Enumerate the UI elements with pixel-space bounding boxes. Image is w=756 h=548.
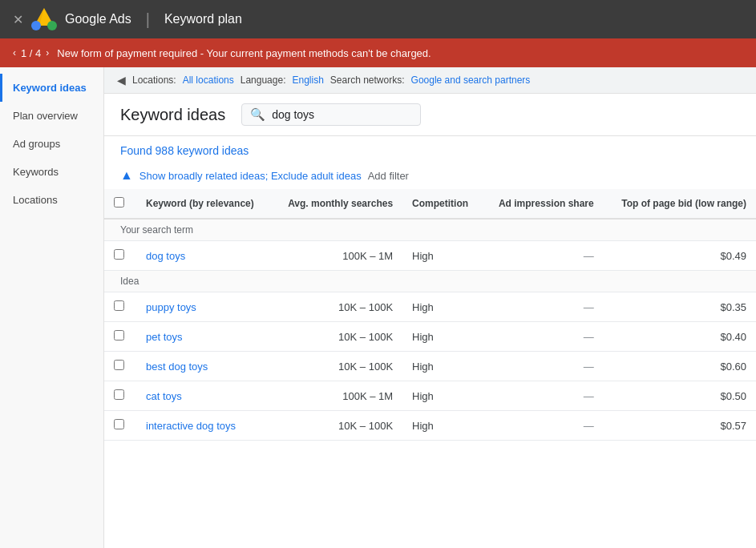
table-wrapper: Keyword (by relevance) Avg. monthly sear…	[104, 189, 756, 548]
prev-notification-button[interactable]: ‹	[13, 47, 16, 58]
competition-cell: High	[402, 381, 483, 411]
row-checkbox[interactable]	[114, 249, 124, 260]
row-checkbox[interactable]	[114, 389, 124, 400]
bid-cell: $0.35	[604, 292, 756, 322]
impression-cell: —	[483, 322, 604, 352]
competition-cell: High	[402, 411, 483, 441]
language-value[interactable]: English	[292, 75, 323, 86]
locations-value[interactable]: All locations	[183, 75, 234, 86]
keyword-cell[interactable]: best dog toys	[136, 352, 271, 381]
filter-options-link[interactable]: Show broadly related ideas; Exclude adul…	[139, 170, 362, 182]
table-row: best dog toys 10K – 100K High — $0.60	[104, 352, 756, 381]
row-checkbox[interactable]	[114, 330, 124, 340]
notification-counter: 1 / 4	[21, 47, 41, 59]
th-checkbox	[104, 189, 136, 219]
notification-bar: ‹ 1 / 4 › New form of payment required -…	[0, 38, 756, 67]
networks-label: Search networks:	[330, 75, 405, 86]
th-competition: Competition	[402, 189, 483, 219]
row-checkbox[interactable]	[114, 360, 124, 370]
impression-cell: —	[483, 352, 604, 381]
sidebar-item-keyword-ideas[interactable]: Keyword ideas	[0, 74, 103, 102]
avg-searches-cell: 10K – 100K	[271, 322, 402, 352]
close-icon[interactable]: ✕	[13, 12, 23, 27]
keyword-cell[interactable]: interactive dog toys	[136, 411, 271, 441]
locations-label: Locations:	[132, 75, 176, 86]
svg-point-3	[31, 21, 41, 30]
avg-searches-cell: 100K – 1M	[271, 381, 402, 411]
impression-cell: —	[483, 241, 604, 271]
filter-bar: ◀ Locations: All locations Language: Eng…	[104, 67, 756, 94]
impression-cell: —	[483, 381, 604, 411]
filter-toggle-icon[interactable]: ◀	[117, 74, 126, 87]
search-input[interactable]	[272, 108, 412, 121]
th-impression-share: Ad impression share	[483, 189, 604, 219]
keywords-table: Keyword (by relevance) Avg. monthly sear…	[104, 189, 756, 441]
row-checkbox[interactable]	[114, 419, 124, 429]
google-ads-logo	[31, 6, 57, 32]
bid-cell: $0.50	[604, 381, 756, 411]
row-checkbox[interactable]	[114, 300, 124, 311]
impression-cell: —	[483, 292, 604, 322]
table-header-row: Keyword (by relevance) Avg. monthly sear…	[104, 189, 756, 219]
bid-cell: $0.60	[604, 352, 756, 381]
bid-cell: $0.49	[604, 241, 756, 271]
impression-cell: —	[483, 411, 604, 441]
sidebar-item-keywords[interactable]: Keywords	[0, 158, 103, 186]
avg-searches-cell: 10K – 100K	[271, 411, 402, 441]
table-row: pet toys 10K – 100K High — $0.40	[104, 322, 756, 352]
page-header: Keyword ideas 🔍	[104, 94, 756, 136]
sidebar-item-ad-groups[interactable]: Ad groups	[0, 130, 103, 158]
page-title: Keyword ideas	[120, 106, 225, 124]
next-notification-button[interactable]: ›	[46, 47, 49, 58]
competition-cell: High	[402, 241, 483, 271]
funnel-icon: ▲	[120, 168, 133, 183]
notification-text: New form of payment required - Your curr…	[57, 47, 431, 59]
keyword-cell[interactable]: puppy toys	[136, 292, 271, 322]
add-filter-button[interactable]: Add filter	[368, 170, 409, 182]
found-count: Found 988 keyword ideas	[104, 136, 756, 162]
title-divider: |	[146, 10, 150, 29]
table-row: interactive dog toys 10K – 100K High — $…	[104, 411, 756, 441]
sidebar: Keyword ideas Plan overview Ad groups Ke…	[0, 67, 104, 548]
filter-row: ▲ Show broadly related ideas; Exclude ad…	[104, 162, 756, 189]
th-avg-searches: Avg. monthly searches	[271, 189, 402, 219]
svg-point-2	[47, 21, 57, 30]
avg-searches-cell: 10K – 100K	[271, 352, 402, 381]
avg-searches-cell: 10K – 100K	[271, 292, 402, 322]
page-name: Keyword plan	[164, 12, 242, 26]
networks-value[interactable]: Google and search partners	[411, 75, 531, 86]
app-name: Google Ads	[65, 12, 131, 26]
keyword-cell[interactable]: dog toys	[136, 241, 271, 271]
competition-cell: High	[402, 292, 483, 322]
top-bar: ✕ Google Ads | Keyword plan	[0, 0, 756, 38]
sidebar-item-plan-overview[interactable]: Plan overview	[0, 102, 103, 130]
keyword-cell[interactable]: pet toys	[136, 322, 271, 352]
main-layout: Keyword ideas Plan overview Ad groups Ke…	[0, 67, 756, 548]
select-all-checkbox[interactable]	[114, 197, 124, 208]
bid-cell: $0.57	[604, 411, 756, 441]
table-row: puppy toys 10K – 100K High — $0.35	[104, 292, 756, 322]
bid-cell: $0.40	[604, 322, 756, 352]
th-keyword: Keyword (by relevance)	[136, 189, 271, 219]
language-label: Language:	[241, 75, 286, 86]
competition-cell: High	[402, 322, 483, 352]
notification-nav: ‹ 1 / 4 ›	[13, 47, 49, 59]
competition-cell: High	[402, 352, 483, 381]
sidebar-item-locations[interactable]: Locations	[0, 186, 103, 214]
keyword-cell[interactable]: cat toys	[136, 381, 271, 411]
th-top-bid: Top of page bid (low range)	[604, 189, 756, 219]
content-area: ◀ Locations: All locations Language: Eng…	[104, 67, 756, 548]
avg-searches-cell: 100K – 1M	[271, 241, 402, 271]
search-box[interactable]: 🔍	[241, 103, 421, 126]
search-icon: 🔍	[250, 107, 265, 122]
table-row: cat toys 100K – 1M High — $0.50	[104, 381, 756, 411]
table-row: dog toys 100K – 1M High — $0.49	[104, 241, 756, 271]
